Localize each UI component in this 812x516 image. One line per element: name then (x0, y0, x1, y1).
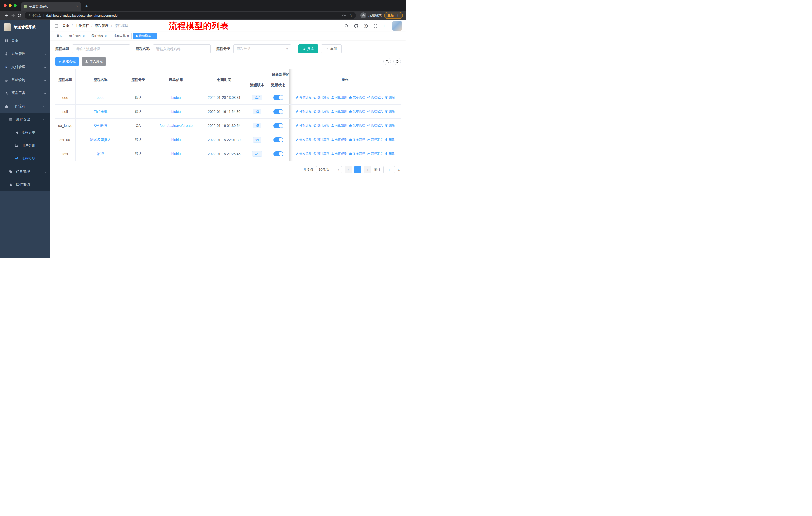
breadcrumb-item-home[interactable]: 首页 (62, 24, 69, 28)
goto-page-input[interactable] (383, 166, 395, 173)
form-info-link[interactable]: biubiu (171, 110, 181, 114)
active-toggle[interactable] (273, 109, 283, 114)
delete-link[interactable]: 删除 (385, 95, 395, 100)
flow-definition-link[interactable]: 流程定义 (367, 109, 383, 114)
minimize-window-button[interactable] (8, 4, 11, 7)
process-name-link[interactable]: eeee (97, 96, 105, 100)
refresh-button[interactable] (394, 58, 401, 65)
process-category-select[interactable]: 流程分类 ▾ (233, 44, 291, 53)
design-flow-link[interactable]: 设计流程 (313, 138, 329, 142)
browser-menu-icon[interactable]: ⋮ (396, 13, 400, 18)
github-icon[interactable] (354, 24, 358, 28)
active-toggle[interactable] (273, 95, 283, 100)
key-icon[interactable] (342, 13, 346, 17)
assign-rule-link[interactable]: 分配规则 (331, 95, 347, 100)
publish-flow-link[interactable]: 发布流程 (349, 95, 365, 100)
forward-icon[interactable] (9, 12, 16, 19)
search-icon[interactable] (344, 24, 349, 28)
flow-definition-link[interactable]: 流程定义 (367, 95, 383, 100)
update-chip[interactable]: 更新 ⋮ (384, 12, 403, 19)
close-window-button[interactable] (3, 4, 6, 7)
user-avatar[interactable] (393, 21, 402, 31)
publish-flow-link[interactable]: 发布流程 (349, 109, 365, 114)
form-info-link[interactable]: biubiu (171, 152, 181, 156)
breadcrumb-item-workflow[interactable]: 工作流程 (75, 24, 89, 28)
security-warning[interactable]: ⚠ 不安全 (28, 13, 41, 18)
flow-definition-link[interactable]: 流程定义 (367, 124, 383, 128)
close-icon[interactable]: × (83, 34, 85, 37)
design-flow-link[interactable]: 设计流程 (313, 152, 329, 156)
search-button[interactable]: 搜索 (298, 44, 318, 53)
design-flow-link[interactable]: 设计流程 (313, 95, 329, 100)
process-name-link[interactable]: OA 请假 (94, 124, 107, 128)
form-info-link[interactable]: biubiu (171, 96, 181, 100)
tag-home[interactable]: 首页 (54, 33, 65, 39)
design-flow-link[interactable]: 设计流程 (313, 124, 329, 128)
tag-my-process[interactable]: 我的流程× (89, 33, 110, 39)
breadcrumb-item-process-mgmt[interactable]: 流程管理 (95, 24, 109, 28)
sidebar-item-payment-mgmt[interactable]: ¥支付管理 (0, 60, 50, 74)
address-bar[interactable]: ⚠ 不安全 | dashboard.yudao.iocoder.cn/bpm/m… (25, 12, 356, 19)
process-name-link[interactable]: 测试多审批人 (90, 138, 111, 142)
flow-definition-link[interactable]: 流程定义 (367, 138, 383, 142)
close-icon[interactable]: × (105, 34, 107, 37)
sidebar-item-dev-tools[interactable]: 研发工具 (0, 87, 50, 100)
sidebar-item-workflow[interactable]: 工作流程 (0, 100, 50, 113)
active-toggle[interactable] (273, 152, 283, 157)
bookmark-star-icon[interactable]: ☆ (349, 13, 352, 18)
create-process-button[interactable]: + 新建流程 (55, 57, 79, 65)
help-icon[interactable]: ? (364, 24, 368, 28)
assign-rule-link[interactable]: 分配规则 (331, 138, 347, 142)
flow-definition-link[interactable]: 流程定义 (367, 152, 383, 156)
prev-page-button[interactable]: ‹ (345, 166, 352, 173)
delete-link[interactable]: 删除 (385, 124, 395, 128)
sidebar-item-leave-query[interactable]: 请假查询 (0, 179, 50, 191)
publish-flow-link[interactable]: 发布流程 (349, 138, 365, 142)
tag-process-model[interactable]: 流程模型× (133, 33, 157, 39)
publish-flow-link[interactable]: 发布流程 (349, 124, 365, 128)
font-size-icon[interactable]: TT (383, 24, 387, 28)
sidebar-item-user-group[interactable]: 用户分组 (0, 139, 50, 152)
active-toggle[interactable] (273, 123, 283, 128)
zoom-window-button[interactable] (13, 4, 17, 7)
new-tab-button[interactable]: + (83, 3, 90, 10)
form-info-link[interactable]: /bpm/oa/leave/create (160, 124, 193, 128)
delete-link[interactable]: 删除 (385, 109, 395, 114)
assign-rule-link[interactable]: 分配规则 (331, 152, 347, 156)
tag-tenant-mgmt[interactable]: 租户管理× (67, 33, 87, 39)
sidebar-item-task-mgmt[interactable]: 任务管理 (0, 165, 50, 179)
page-size-select[interactable]: 10条/页 ▾ (316, 166, 342, 173)
tab-close-icon[interactable]: × (76, 4, 79, 8)
sidebar-toggle-button[interactable] (54, 24, 59, 28)
sidebar-item-process-form[interactable]: 流程表单 (0, 126, 50, 139)
delete-link[interactable]: 删除 (385, 138, 395, 142)
edit-flow-link[interactable]: 修改流程 (295, 138, 311, 142)
browser-tab[interactable]: 芋道管理系统 × (21, 2, 81, 10)
reload-icon[interactable] (16, 12, 23, 19)
import-process-button[interactable]: 导入流程 (82, 57, 106, 65)
sidebar-item-home[interactable]: 首页 (0, 34, 50, 47)
sidebar-item-process-mgmt[interactable]: 流程管理 (0, 113, 50, 126)
process-name-link[interactable]: 滔博 (97, 152, 104, 156)
sidebar-item-process-model[interactable]: 流程模型 (0, 152, 50, 165)
process-name-input[interactable] (153, 44, 211, 53)
sidebar-item-system-mgmt[interactable]: 系统管理 (0, 47, 50, 60)
edit-flow-link[interactable]: 修改流程 (295, 124, 311, 128)
delete-link[interactable]: 删除 (385, 152, 395, 156)
fullscreen-icon[interactable] (373, 24, 378, 28)
close-icon[interactable]: × (152, 34, 154, 37)
toggle-search-button[interactable] (383, 58, 391, 65)
publish-flow-link[interactable]: 发布流程 (349, 152, 365, 156)
active-toggle[interactable] (273, 137, 283, 142)
page-number-button[interactable]: 1 (354, 166, 361, 173)
form-info-link[interactable]: biubiu (171, 138, 181, 142)
edit-flow-link[interactable]: 修改流程 (295, 95, 311, 100)
edit-flow-link[interactable]: 修改流程 (295, 152, 311, 156)
tag-process-form[interactable]: 流程表单× (111, 33, 132, 39)
design-flow-link[interactable]: 设计流程 (313, 109, 329, 114)
assign-rule-link[interactable]: 分配规则 (331, 124, 347, 128)
app-logo[interactable]: 芋道管理系统 (0, 20, 50, 34)
assign-rule-link[interactable]: 分配规则 (331, 109, 347, 114)
back-icon[interactable] (3, 12, 9, 19)
sidebar-item-infrastructure[interactable]: 基础设施 (0, 74, 50, 87)
